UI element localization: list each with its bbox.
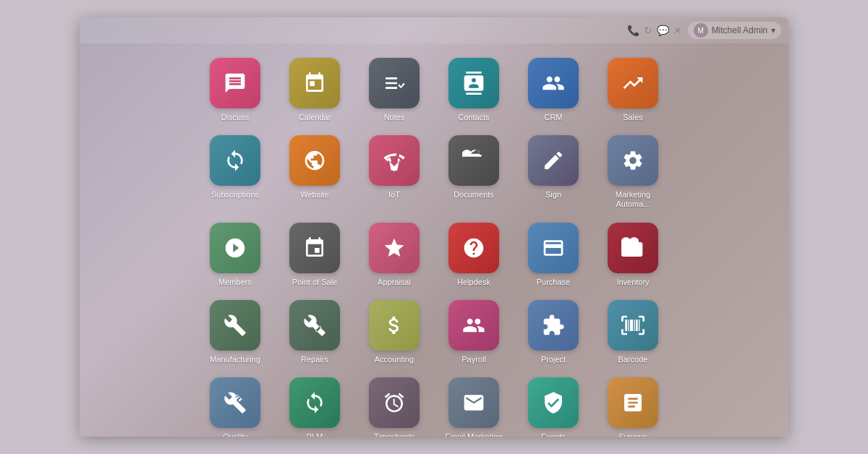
app-icon-sales xyxy=(608,58,658,108)
app-label-members: Members xyxy=(218,278,252,287)
chat-icon[interactable]: 💬 xyxy=(657,25,669,36)
app-icon-appraisal xyxy=(369,223,420,273)
app-label-sign: Sign xyxy=(545,190,561,200)
app-item-documents[interactable]: Documents xyxy=(441,135,506,209)
app-item-plm[interactable]: PLM xyxy=(282,377,347,437)
app-icon-iot xyxy=(369,135,420,186)
app-grid-container: DiscussCalendarNotesContactsCRMSalesSubs… xyxy=(80,43,788,437)
app-item-payroll[interactable]: Payroll xyxy=(441,300,506,364)
app-item-contacts[interactable]: Contacts xyxy=(441,58,506,122)
app-icon-discuss xyxy=(210,58,260,108)
app-label-barcode: Barcode xyxy=(618,355,648,364)
app-label-helpdesk: Helpdesk xyxy=(457,278,490,287)
app-icon-sign xyxy=(528,135,579,186)
title-bar-icons: 📞 ↻ 💬 ✕ xyxy=(627,25,682,36)
app-label-manufacturing: Manufacturing xyxy=(210,355,260,364)
app-icon-members xyxy=(210,223,260,273)
app-label-calendar: Calendar xyxy=(299,113,331,122)
app-item-accounting[interactable]: Accounting xyxy=(362,300,427,364)
app-item-crm[interactable]: CRM xyxy=(521,58,586,122)
app-item-inventory[interactable]: Inventory xyxy=(600,223,665,287)
app-item-marketing-automation[interactable]: Marketing Automa... xyxy=(600,135,665,209)
app-label-purchase: Purchase xyxy=(537,278,570,287)
app-item-barcode[interactable]: Barcode xyxy=(600,300,665,364)
app-label-email-marketing: Email Marketing xyxy=(446,432,503,437)
app-item-iot[interactable]: IoT xyxy=(362,135,427,209)
app-item-timesheets[interactable]: Timesheets xyxy=(362,377,427,437)
user-name: Mitchell Admin xyxy=(712,25,767,35)
app-item-surveys[interactable]: Surveys xyxy=(600,377,665,437)
app-icon-contacts xyxy=(448,58,499,108)
phone-icon[interactable]: 📞 xyxy=(627,25,639,36)
app-label-subscriptions: Subscriptions xyxy=(211,190,259,200)
app-label-iot: IoT xyxy=(388,190,400,200)
app-item-repairs[interactable]: Repairs xyxy=(282,300,347,364)
app-icon-repairs xyxy=(289,300,340,351)
app-item-point-of-sale[interactable]: Point of Sale xyxy=(282,223,347,287)
app-label-events: Events xyxy=(541,432,566,437)
app-icon-subscriptions xyxy=(210,135,260,186)
app-label-inventory: Inventory xyxy=(616,278,649,287)
app-icon-surveys xyxy=(608,377,658,428)
avatar: M xyxy=(694,23,708,38)
app-label-repairs: Repairs xyxy=(301,355,328,364)
app-icon-quality xyxy=(210,377,260,428)
app-label-accounting: Accounting xyxy=(375,355,414,364)
app-label-website: Website xyxy=(300,190,329,200)
app-item-calendar[interactable]: Calendar xyxy=(282,58,347,122)
close-icon[interactable]: ✕ xyxy=(673,25,682,36)
app-icon-crm xyxy=(528,58,579,108)
app-icon-timesheets xyxy=(369,377,420,428)
app-item-purchase[interactable]: Purchase xyxy=(521,223,586,287)
title-bar: 📞 ↻ 💬 ✕ M Mitchell Admin ▾ xyxy=(80,17,788,43)
app-label-payroll: Payroll xyxy=(461,355,486,364)
app-label-quality: Quality xyxy=(223,432,247,437)
app-item-notes[interactable]: Notes xyxy=(362,58,427,122)
app-label-point-of-sale: Point of Sale xyxy=(292,278,337,287)
app-icon-marketing-automation xyxy=(608,135,658,186)
app-item-email-marketing[interactable]: Email Marketing xyxy=(441,377,506,437)
app-label-sales: Sales xyxy=(623,113,643,122)
refresh-icon[interactable]: ↻ xyxy=(644,25,652,36)
app-label-crm: CRM xyxy=(544,113,562,122)
app-icon-barcode xyxy=(608,300,658,351)
app-icon-helpdesk xyxy=(448,223,499,273)
app-label-appraisal: Appraisal xyxy=(378,278,411,287)
app-icon-email-marketing xyxy=(448,377,499,428)
app-label-marketing-automation: Marketing Automa... xyxy=(603,190,664,209)
app-item-discuss[interactable]: Discuss xyxy=(203,58,268,122)
app-item-members[interactable]: Members xyxy=(203,223,268,287)
app-icon-project xyxy=(528,300,579,351)
app-item-manufacturing[interactable]: Manufacturing xyxy=(203,300,268,364)
app-item-sales[interactable]: Sales xyxy=(600,58,665,122)
app-icon-notes xyxy=(369,58,420,108)
app-icon-calendar xyxy=(289,58,340,108)
app-label-surveys: Surveys xyxy=(618,432,647,437)
app-item-project[interactable]: Project xyxy=(521,300,586,364)
app-label-project: Project xyxy=(541,355,566,364)
app-icon-purchase xyxy=(528,223,579,273)
app-icon-inventory xyxy=(608,223,658,273)
app-item-subscriptions[interactable]: Subscriptions xyxy=(203,135,268,209)
app-icon-website xyxy=(289,135,340,186)
app-icon-payroll xyxy=(448,300,499,351)
app-icon-point-of-sale xyxy=(289,223,340,273)
app-label-contacts: Contacts xyxy=(458,113,489,122)
apps-grid: DiscussCalendarNotesContactsCRMSalesSubs… xyxy=(203,58,665,437)
app-icon-accounting xyxy=(369,300,420,351)
main-window: 📞 ↻ 💬 ✕ M Mitchell Admin ▾ DiscussCalend… xyxy=(80,17,788,437)
app-item-appraisal[interactable]: Appraisal xyxy=(362,223,427,287)
app-icon-events xyxy=(528,377,579,428)
app-icon-documents xyxy=(448,135,499,186)
app-label-plm: PLM xyxy=(307,432,323,437)
app-item-sign[interactable]: Sign xyxy=(521,135,586,209)
app-item-website[interactable]: Website xyxy=(282,135,347,209)
app-item-helpdesk[interactable]: Helpdesk xyxy=(441,223,506,287)
app-label-documents: Documents xyxy=(454,190,494,200)
app-icon-plm xyxy=(289,377,340,428)
app-icon-manufacturing xyxy=(210,300,260,351)
app-item-events[interactable]: Events xyxy=(521,377,586,437)
app-item-quality[interactable]: Quality xyxy=(203,377,268,437)
user-menu[interactable]: M Mitchell Admin ▾ xyxy=(688,22,781,39)
app-label-notes: Notes xyxy=(384,113,405,122)
